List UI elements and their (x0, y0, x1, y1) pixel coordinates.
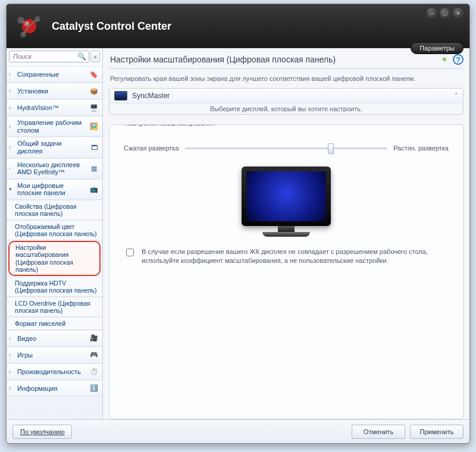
display-name: SyncMaster (132, 92, 450, 100)
footer-bar: По умолчанию Отменить Применить (7, 419, 469, 443)
sidebar-sub-label: Поддержка HDTV (Цифровая плоская панель) (15, 280, 100, 294)
collapse-sidebar-button[interactable]: « (90, 51, 100, 62)
chevron-right-icon: › (9, 71, 15, 77)
sidebar-sub-hdtv[interactable]: Поддержка HDTV (Цифровая плоская панель) (7, 277, 102, 297)
monitor-icon: 🖥️ (88, 102, 100, 113)
chevron-up-icon: ˄ (455, 92, 458, 100)
flatpanel-icon: 📺 (88, 184, 100, 194)
sidebar-sub-label: Формат пикселей (15, 320, 100, 327)
sidebar-item-flat-panels[interactable]: ▾ Мои цифровые плоские панели 📺 (7, 179, 102, 200)
window-body: 🔍 « › Сохраненные 🔖 › Установки 📦 (7, 48, 469, 443)
sidebar-item-desktop-mgmt[interactable]: › Управление рабочим столом 🖼️ (7, 116, 102, 137)
sidebar-sub-color[interactable]: Отображаемый цвет (Цифровая плоская пане… (7, 220, 102, 240)
monitor-preview (124, 167, 449, 237)
group-title: Настройки масштабирования (121, 124, 218, 127)
sidebar-item-label: Игры (17, 351, 86, 359)
sidebar-item-label: Общий задачи дисплея (17, 140, 86, 155)
sidebar-sub-label: Настройки масштабирования (Цифровая плос… (15, 244, 96, 272)
slider-track (185, 147, 388, 149)
chevron-right-icon: › (9, 145, 15, 150)
chevron-right-icon: › (9, 369, 15, 375)
gamepad-icon: 🎮 (88, 350, 100, 360)
search-input[interactable] (12, 52, 76, 61)
maximize-button[interactable]: □ (440, 8, 450, 18)
sidebar-item-hydravision[interactable]: › HydraVision™ 🖥️ (7, 99, 102, 116)
sidebar-sub-label: Свойства (Цифровая плоская панель) (15, 203, 100, 217)
scaling-group: Настройки масштабирования Сжатая разверт… (109, 124, 464, 419)
sidebar-item-info[interactable]: › Информация ℹ️ (7, 380, 102, 397)
package-icon: 📦 (88, 86, 100, 96)
scaling-checkbox-row: В случае если разрешение вашего ЖК диспл… (124, 247, 449, 265)
defaults-button[interactable]: По умолчанию (12, 425, 72, 439)
titlebar: Catalyst Control Center – □ × Параметры (7, 4, 469, 48)
chevron-right-icon: › (9, 385, 15, 391)
scaling-slider-row: Сжатая развертка Растян. развертка (124, 143, 449, 153)
window-buttons: – □ × (427, 8, 464, 18)
sidebar-item-saved[interactable]: › Сохраненные 🔖 (7, 66, 102, 83)
app-logo-icon (15, 12, 43, 40)
checkbox-label: В случае если разрешение вашего ЖК диспл… (142, 247, 449, 265)
monitor-base-icon (262, 232, 310, 237)
sidebar-item-label: Видео (17, 335, 86, 343)
page-title: Настройки масштабирования (Цифровая плос… (110, 55, 441, 64)
sidebar-sub-label: Отображаемый цвет (Цифровая плоская пане… (15, 223, 100, 237)
preset-shortcut-icon[interactable]: ✶ (441, 55, 448, 64)
sidebar-item-label: Несколько дисплеев AMD Eyefinity™ (17, 161, 86, 176)
sidebar-item-label: Управление рабочим столом (17, 119, 86, 134)
monitor-frame-icon (242, 167, 331, 226)
scaling-slider[interactable] (185, 143, 388, 153)
display-selector-row[interactable]: SyncMaster ˄ (109, 89, 463, 103)
info-icon: ℹ️ (88, 383, 100, 394)
sidebar-sub-properties[interactable]: Свойства (Цифровая плоская панель) (7, 200, 102, 220)
use-scaling-coeff-checkbox[interactable] (126, 249, 134, 256)
main-area: 🔍 « › Сохраненные 🔖 › Установки 📦 (7, 48, 469, 419)
chevron-right-icon: › (9, 352, 15, 358)
sidebar-sub-pixel-format[interactable]: Формат пикселей (7, 317, 102, 330)
sidebar-item-label: Сохраненные (17, 71, 86, 79)
sidebar-item-video[interactable]: › Видео 🎥 (7, 330, 102, 347)
chevron-right-icon: › (9, 105, 15, 111)
parameters-button[interactable]: Параметры (411, 42, 464, 54)
chevron-right-icon: › (9, 124, 15, 130)
sidebar-item-label: Установки (17, 87, 86, 95)
sidebar-item-display-tasks[interactable]: › Общий задачи дисплея 🗔 (7, 137, 102, 158)
monitor-thumb-icon (114, 91, 127, 101)
desktop-icon: 🖼️ (88, 121, 100, 132)
slider-left-label: Сжатая развертка (124, 145, 179, 152)
monitor-screen-icon (246, 171, 326, 221)
slider-thumb[interactable] (328, 143, 334, 154)
apply-button[interactable]: Применить (410, 425, 464, 439)
app-window: Catalyst Control Center – □ × Параметры … (6, 4, 470, 444)
sidebar-item-eyefinity[interactable]: › Несколько дисплеев AMD Eyefinity™ ▥ (7, 158, 102, 179)
bookmark-icon: 🔖 (88, 69, 100, 80)
app-title: Catalyst Control Center (52, 20, 171, 33)
search-box[interactable]: 🔍 (9, 51, 89, 62)
help-icon[interactable]: ? (453, 54, 464, 65)
sidebar: 🔍 « › Сохраненные 🔖 › Установки 📦 (7, 48, 103, 419)
sidebar-item-label: HydraVision™ (17, 104, 86, 112)
sidebar-item-presets[interactable]: › Установки 📦 (7, 83, 102, 99)
display-selector: SyncMaster ˄ Выберите дисплей, который в… (109, 88, 464, 115)
sidebar-sub-lcd-overdrive[interactable]: LCD Overdrive (Цифровая плоская панель) (7, 297, 102, 317)
minimize-button[interactable]: – (427, 8, 437, 18)
cancel-button[interactable]: Отменить (352, 425, 405, 439)
sidebar-item-label: Производительность (17, 368, 86, 376)
search-icon: 🔍 (77, 52, 86, 61)
monitor-neck-icon (278, 226, 295, 232)
content-pane: Настройки масштабирования (Цифровая плос… (103, 48, 469, 419)
sidebar-item-performance[interactable]: › Производительность ⏱️ (7, 363, 102, 380)
chevron-right-icon: › (9, 88, 15, 94)
sidebar-sub-label: LCD Overdrive (Цифровая плоская панель) (15, 300, 100, 314)
chevron-right-icon: › (9, 335, 15, 341)
gauge-icon: ⏱️ (88, 366, 100, 377)
sidebar-item-games[interactable]: › Игры 🎮 (7, 347, 102, 363)
chevron-right-icon: › (9, 165, 15, 171)
page-header: Настройки масштабирования (Цифровая плос… (109, 52, 464, 69)
multi-display-icon: ▥ (88, 163, 100, 174)
page-description: Регулировать края вашей зоны экрана для … (110, 75, 462, 82)
sidebar-nav: › Сохраненные 🔖 › Установки 📦 › HydraVis… (7, 66, 102, 419)
task-icon: 🗔 (88, 142, 100, 153)
sidebar-item-label: Информация (17, 385, 86, 393)
sidebar-sub-scaling[interactable]: Настройки масштабирования (Цифровая плос… (8, 241, 101, 275)
close-button[interactable]: × (453, 8, 464, 18)
